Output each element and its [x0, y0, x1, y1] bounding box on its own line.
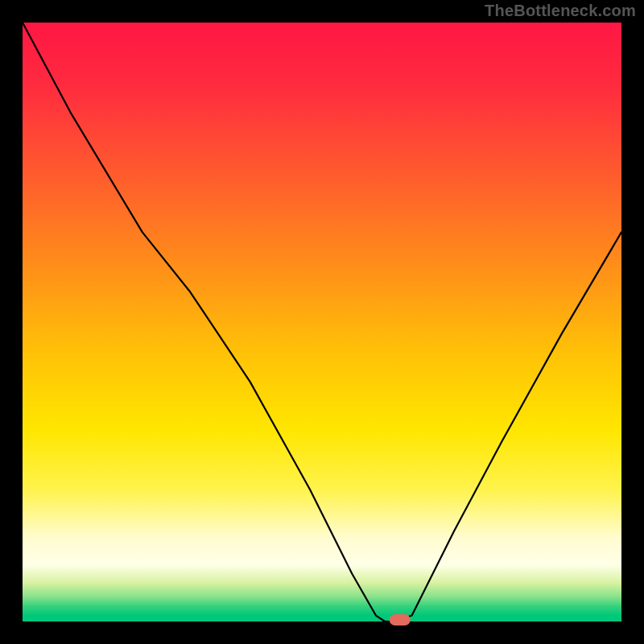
- optimum-marker: [390, 614, 411, 625]
- attribution-text: TheBottleneck.com: [485, 2, 636, 20]
- chart-frame: TheBottleneck.com: [0, 0, 644, 644]
- bottleneck-chart: [0, 0, 644, 644]
- plot-background: [23, 23, 621, 621]
